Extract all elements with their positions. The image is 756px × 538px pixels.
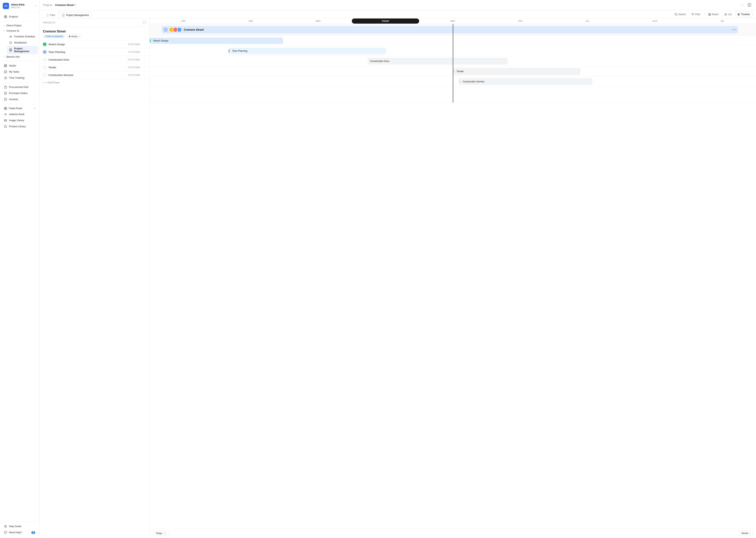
phase-check[interactable] bbox=[43, 73, 46, 77]
phase-item-construction-services[interactable]: Construction Services 0 of 3 tasks ··· bbox=[39, 71, 150, 79]
sidebar-item-studio[interactable]: Studio bbox=[1, 63, 38, 69]
topbar-actions: ··· bbox=[739, 2, 752, 8]
sidebar-item-procurement-hub[interactable]: Procurement Hub bbox=[1, 84, 38, 90]
sidebar-group-demo-project[interactable]: ▸ Demo Project bbox=[1, 23, 38, 28]
sidebar-item-label: Moodboard bbox=[14, 41, 35, 44]
phase-check[interactable] bbox=[43, 58, 46, 61]
sidebar-item-my-tasks[interactable]: My Tasks bbox=[1, 69, 38, 75]
content-area: PROJECTS Cremore Street TOWN PLANNING Ac… bbox=[39, 19, 756, 538]
search-button[interactable]: Search bbox=[672, 12, 688, 17]
project-status-badge[interactable]: Active ▾ bbox=[67, 34, 82, 38]
sidebar-item-trade-portal[interactable]: Trade Portal ▾ bbox=[1, 106, 38, 111]
phase-name: Sketch Design bbox=[48, 43, 126, 46]
sidebar-group-label: Benson Ave bbox=[7, 55, 20, 58]
sidebar-item-image-library[interactable]: Image Library bbox=[1, 117, 38, 123]
svg-rect-33 bbox=[4, 120, 7, 121]
topbar: Projects / Cremore Street ▾ ··· bbox=[39, 0, 756, 10]
box-icon bbox=[4, 125, 7, 128]
avatar-3 bbox=[177, 27, 182, 32]
more-options-icon[interactable]: ··· bbox=[142, 43, 146, 46]
svg-rect-48 bbox=[738, 14, 739, 15]
view-board-button[interactable]: Board bbox=[706, 12, 721, 17]
bar-label: Tender bbox=[457, 70, 464, 73]
phase-item-tender[interactable]: Tender 0 of 4 tasks ··· bbox=[39, 64, 150, 71]
phase-check[interactable]: ✓ bbox=[43, 42, 46, 46]
sidebar-item-address-book[interactable]: Address Book bbox=[1, 111, 38, 117]
project-list-header: PROJECTS bbox=[39, 19, 150, 27]
more-options-icon[interactable]: ··· bbox=[142, 50, 146, 54]
add-phase-label: + Add Phase bbox=[45, 81, 59, 84]
svg-rect-6 bbox=[9, 37, 12, 37]
chevron-down-icon: ▾ bbox=[34, 107, 35, 110]
tab-files-label: Files bbox=[50, 14, 55, 17]
month-select[interactable]: Month ▾ bbox=[739, 530, 753, 536]
more-options-icon[interactable]: ··· bbox=[142, 58, 146, 61]
sidebar-item-help-guide[interactable]: Help Guide bbox=[1, 523, 38, 529]
add-phase-button[interactable]: + + Add Phase bbox=[39, 79, 150, 86]
month-may: MAY bbox=[419, 19, 486, 24]
help-icon bbox=[4, 525, 7, 528]
tabs-bar: 📄 Files 📋 Project Management Search Filt… bbox=[39, 10, 756, 19]
today-button[interactable]: Today T bbox=[153, 530, 169, 536]
svg-point-37 bbox=[5, 527, 6, 527]
phase-name: Construction Docs bbox=[48, 58, 126, 61]
file-icon: 📄 bbox=[46, 14, 49, 17]
breadcrumb-parent[interactable]: Projects bbox=[43, 4, 52, 7]
doc2-icon bbox=[4, 98, 7, 101]
check-icon bbox=[4, 70, 7, 73]
sidebar-item-project-management[interactable]: Project Management bbox=[7, 46, 38, 54]
chevron-right-icon: ▸ bbox=[4, 25, 5, 27]
month-aug: AUG bbox=[621, 19, 689, 24]
phase-name: Tender bbox=[48, 66, 126, 69]
user-subtitle: Alice Lee bbox=[11, 6, 33, 9]
phase-check[interactable] bbox=[43, 50, 46, 54]
filter-button[interactable]: Filter bbox=[689, 12, 703, 17]
sidebar-item-label: Procurement Hub bbox=[9, 86, 35, 88]
sidebar-item-product-library[interactable]: Product Library bbox=[1, 124, 38, 130]
svg-rect-5 bbox=[9, 36, 12, 37]
svg-rect-38 bbox=[4, 531, 7, 533]
clock-icon bbox=[4, 76, 7, 80]
sidebar-nav: Projects ▸ Demo Project ▾ Cremore St Fur… bbox=[0, 12, 39, 521]
timeline-project-bar[interactable]: i Cremore Street Jul 8 bbox=[162, 26, 738, 33]
sidebar-item-invoices[interactable]: Invoices bbox=[1, 96, 38, 102]
add-icon: + bbox=[43, 81, 44, 84]
user-profile[interactable]: VK Velora Klein Alice Lee ▾ bbox=[0, 0, 39, 12]
sidebar-item-moodboard[interactable]: Moodboard bbox=[7, 40, 38, 46]
phase-item-town-planning[interactable]: Town Planning 1 of 3 tasks ··· bbox=[39, 48, 150, 56]
more-options-icon[interactable]: ··· bbox=[142, 73, 146, 77]
view-timeline-button[interactable]: Timeline bbox=[735, 12, 752, 17]
sidebar-item-furniture-schedule[interactable]: Furniture Schedule bbox=[7, 34, 38, 39]
timeline-bar-town-planning[interactable]: Town Planning bbox=[228, 48, 386, 54]
phase-item-sketch-design[interactable]: ✓ Sketch Design 5 of 5 tasks ··· bbox=[39, 40, 150, 48]
sidebar-item-need-help[interactable]: Need Help? 4 bbox=[1, 529, 38, 535]
sidebar-item-projects[interactable]: Projects bbox=[1, 14, 38, 20]
timeline-bar-construction-docs[interactable]: Construction Docs bbox=[368, 58, 507, 64]
status-label: Active bbox=[72, 35, 78, 37]
timeline-bar-tender[interactable]: Tender bbox=[453, 68, 580, 75]
timeline-bar-sketch-design[interactable]: Sketch Design bbox=[150, 37, 283, 44]
timeline-bar-construction-service[interactable]: Construction Service bbox=[459, 79, 593, 85]
sidebar-item-time-tracking[interactable]: Time Tracking bbox=[1, 75, 38, 81]
phase-check[interactable] bbox=[43, 66, 46, 69]
file-icon bbox=[4, 92, 7, 95]
sidebar-item-purchase-orders[interactable]: Purchase Orders bbox=[1, 90, 38, 96]
expand-button[interactable] bbox=[747, 2, 752, 8]
phase-item-construction-docs[interactable]: Construction Docs 0 of 3 tasks ··· bbox=[39, 56, 150, 64]
board-label: Board bbox=[712, 13, 719, 16]
more-options-button[interactable]: ··· bbox=[739, 2, 745, 8]
svg-rect-31 bbox=[6, 109, 7, 110]
view-list-button[interactable]: List bbox=[722, 12, 734, 17]
header-check[interactable] bbox=[143, 21, 146, 25]
more-options-icon[interactable]: ··· bbox=[142, 66, 146, 69]
svg-rect-30 bbox=[4, 109, 5, 110]
chat-icon bbox=[4, 531, 7, 534]
tab-files[interactable]: 📄 Files bbox=[43, 12, 58, 18]
bar-start-line bbox=[453, 70, 454, 73]
bar-start-line bbox=[229, 49, 229, 53]
sidebar-group-cremore-st[interactable]: ▾ Cremore St bbox=[1, 28, 38, 33]
sidebar-group-benson-ave[interactable]: ▸ Benson Ave bbox=[1, 54, 38, 59]
chevron-down-icon: ▾ bbox=[79, 35, 80, 37]
breadcrumb-current: Cremore Street ▾ bbox=[55, 4, 76, 7]
tab-project-management[interactable]: 📋 Project Management bbox=[59, 12, 92, 18]
